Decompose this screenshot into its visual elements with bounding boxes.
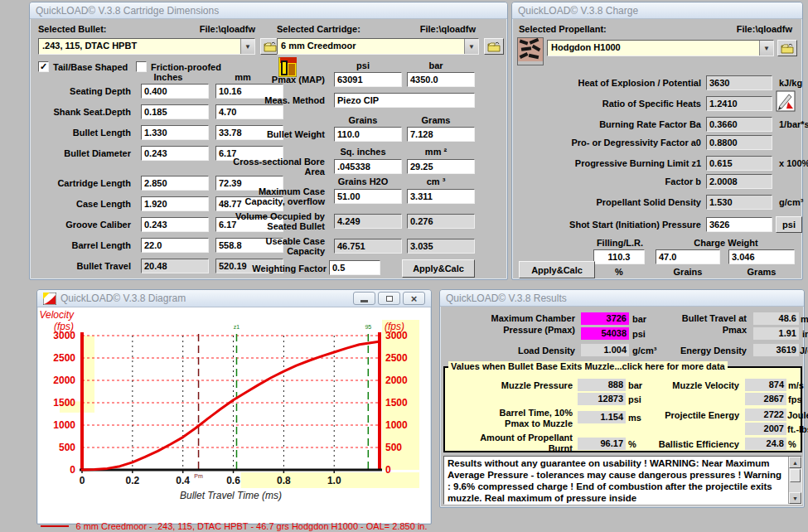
svg-text:0.6: 0.6 xyxy=(226,475,240,486)
cartridge-apply-calc-button[interactable]: Apply&Calc xyxy=(402,259,475,278)
pmax-psi-unit: psi xyxy=(632,329,646,339)
projectile-energy-ftlbs-unit: ft.-lbs. xyxy=(787,424,808,434)
shank-depth-in-field[interactable]: 0.185 xyxy=(141,104,209,119)
diagram-window-titlebar[interactable]: QuickLOAD© V.3.8 Diagram × xyxy=(37,290,431,307)
bar-header: bar xyxy=(402,60,470,70)
restore-button[interactable] xyxy=(378,292,400,305)
charge-weight-header: Charge Weight xyxy=(668,238,784,248)
bullet-weight-grains-field[interactable]: 110.0 xyxy=(334,127,402,142)
progressive-limit-unit: x 100% xyxy=(779,158,808,168)
legend-line-sample xyxy=(41,525,69,527)
charge-window-titlebar[interactable]: QuickLOAD© V.3.8 Charge xyxy=(512,2,802,19)
propellant-photo xyxy=(517,37,544,65)
svg-text:2000: 2000 xyxy=(53,375,75,386)
filling-unit-label: % xyxy=(593,267,645,277)
svg-text:(fps): (fps) xyxy=(385,321,404,332)
edit-burn-rate-icon[interactable] xyxy=(776,90,796,115)
charge-grains-field[interactable]: 47.0 xyxy=(656,249,720,264)
bore-area-sqin-field[interactable]: .045338 xyxy=(334,159,402,174)
bullet-combobox-dropdown-icon[interactable]: ▼ xyxy=(240,39,254,54)
meas-method-field[interactable]: Piezo CIP xyxy=(334,93,475,108)
svg-text:Velocity: Velocity xyxy=(39,309,75,321)
scroll-up-icon[interactable]: ▲ xyxy=(789,457,801,468)
svg-text:z1: z1 xyxy=(234,324,240,330)
results-window: QuickLOAD© V.3.8 Results Maximum Chamber… xyxy=(439,289,805,508)
muzzle-group-header[interactable]: Values when Bullet Base Exits Muzzle...c… xyxy=(448,361,728,371)
travel-in-value: 1.91 xyxy=(753,327,799,340)
muzzle-pressure-bar-unit: bar xyxy=(628,380,642,390)
bullet-combobox-value: .243, 115, DTAC HPBT xyxy=(39,39,240,54)
specific-heats-field: 1.2410 xyxy=(706,96,772,111)
close-button[interactable]: × xyxy=(403,292,425,305)
warning-scrollbar[interactable]: ▲ ▼ xyxy=(788,457,801,504)
cartridge-window-titlebar[interactable]: QuickLOAD© V.3.8 Cartridge Dimensions xyxy=(30,2,507,19)
bullet-length-in-field[interactable]: 1.330 xyxy=(141,125,209,140)
muzzle-pressure-label: Muzzle Pressure xyxy=(448,380,573,391)
weighting-factor-label: Weighting Factor xyxy=(229,264,327,274)
specific-heats-row: Ratio of Specific Heats1.2410 xyxy=(519,96,772,111)
propellant-combobox[interactable]: Hodgdon H1000 ▼ xyxy=(547,40,774,56)
muzzle-pressure-bar-value: 888 xyxy=(578,379,626,391)
svg-text:0: 0 xyxy=(385,464,391,476)
scroll-down-icon[interactable]: ▼ xyxy=(789,492,801,504)
barrel-length-in-field[interactable]: 22.0 xyxy=(141,238,209,253)
seating-depth-in-field[interactable]: 0.400 xyxy=(141,84,209,99)
selected-bullet-label: Selected Bullet: xyxy=(38,24,107,34)
bullet-travel-at-pmax-label-2: Pmax xyxy=(647,325,747,336)
degressivity-row: Pro- or Degressivity Factor a00.8800 xyxy=(519,135,772,150)
friction-proofed-checkbox[interactable] xyxy=(136,61,147,72)
grains-header: Grains xyxy=(329,115,397,125)
charge-apply-calc-button[interactable]: Apply&Calc xyxy=(519,261,595,278)
bullet-weight-row: Bullet Weight110.07.128 xyxy=(229,127,475,142)
pmax-psi-field[interactable]: 63091 xyxy=(334,72,402,87)
volume-occupied-cm3-field: 0.276 xyxy=(407,214,475,229)
svg-text:Bullet Travel Time (ms): Bullet Travel Time (ms) xyxy=(180,490,282,501)
cartridge-combobox[interactable]: 6 mm Creedmoor ▼ xyxy=(277,38,479,55)
results-window-titlebar[interactable]: QuickLOAD© V.3.8 Results xyxy=(440,290,804,307)
cartridge-combobox-value: 6 mm Creedmoor xyxy=(278,39,464,54)
bullet-weight-grams-field[interactable]: 7.128 xyxy=(407,127,475,142)
max-capacity-gr-field[interactable]: 51.00 xyxy=(334,189,402,204)
load-density-value: 1.004 xyxy=(581,344,629,356)
svg-text:500: 500 xyxy=(59,442,75,453)
propellant-burnt-label-1: Amount of Propellant xyxy=(448,433,573,443)
degressivity-field: 0.8800 xyxy=(706,135,772,150)
charge-grams-field[interactable]: 3.046 xyxy=(728,249,795,264)
shot-start-field[interactable]: 3626 xyxy=(706,217,772,232)
heat-of-explosion-row: Heat of Explosion / Potential3630 xyxy=(519,75,772,90)
propellant-file-open-button[interactable] xyxy=(777,40,797,56)
muzzle-velocity-ms-value: 874 xyxy=(745,379,786,391)
tail-base-checkbox[interactable]: ✓ xyxy=(38,61,49,72)
cartridge-file-open-button[interactable] xyxy=(484,38,504,55)
chart-legend: 6 mm Creedmoor - .243, 115, DTAC HPBT - … xyxy=(38,521,430,531)
bullet-combobox[interactable]: .243, 115, DTAC HPBT ▼ xyxy=(38,38,255,55)
cartridge-file-path: File:\qloadfw xyxy=(420,24,476,34)
propellant-burnt-unit: % xyxy=(628,439,636,449)
useable-capacity-row: Useable Case Capacity46.7513.035 xyxy=(229,236,475,256)
propellant-combobox-dropdown-icon[interactable]: ▼ xyxy=(759,41,773,56)
load-density-label: Load Density xyxy=(447,346,575,356)
weighting-factor-field[interactable]: 0.5 xyxy=(329,260,380,275)
mm2-header: mm ² xyxy=(402,147,470,157)
pmax-bar-field[interactable]: 4350.0 xyxy=(407,72,475,87)
bore-area-mm2-field[interactable]: 29.25 xyxy=(407,159,475,174)
progressive-limit-field: 0.615 xyxy=(706,156,772,171)
groove-caliber-in-field[interactable]: 0.243 xyxy=(141,217,209,232)
bullet-diameter-in-field[interactable]: 0.243 xyxy=(141,146,209,161)
filling-field[interactable]: 110.3 xyxy=(593,249,645,264)
diagram-window-icon xyxy=(43,293,56,305)
shot-start-unit-button[interactable]: psi xyxy=(776,216,802,233)
minimize-button[interactable] xyxy=(353,292,375,305)
ballistic-efficiency-label: Ballistic Efficiency xyxy=(644,439,739,450)
case-length-in-field[interactable]: 1.920 xyxy=(141,196,209,211)
warning-textbox: Results without any guarantee on usabili… xyxy=(443,456,802,505)
svg-text:0.4: 0.4 xyxy=(176,475,190,486)
cartridge-length-in-field[interactable]: 2.850 xyxy=(141,176,209,191)
max-capacity-cm3-field[interactable]: 3.311 xyxy=(407,189,475,204)
useable-capacity-cm3-field: 3.035 xyxy=(407,239,475,254)
travel-mm-unit: mm xyxy=(801,314,808,324)
cartridge-combobox-dropdown-icon[interactable]: ▼ xyxy=(464,39,478,54)
muzzle-velocity-ms-unit: m/s xyxy=(788,380,804,390)
ballistic-efficiency-value: 24.8 xyxy=(745,438,786,450)
scroll-thumb[interactable] xyxy=(790,469,801,482)
